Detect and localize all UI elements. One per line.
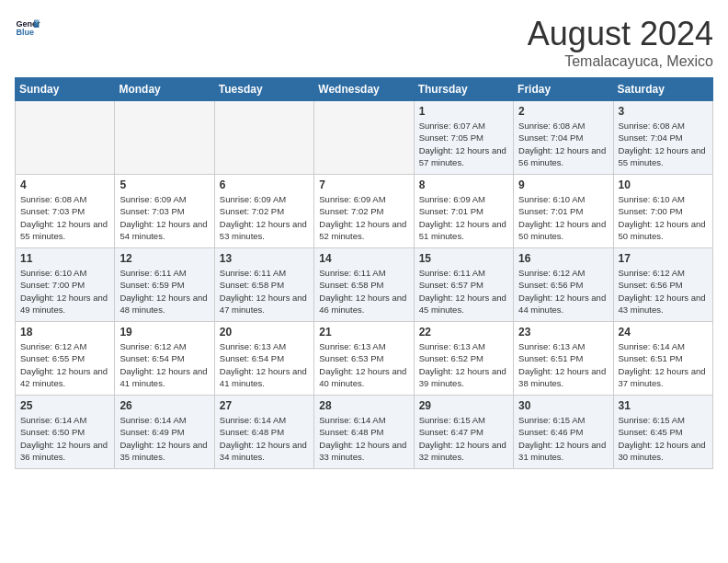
day-info: Sunrise: 6:11 AM Sunset: 6:57 PM Dayligh… — [419, 267, 508, 316]
calendar-cell: 3Sunrise: 6:08 AM Sunset: 7:04 PM Daylig… — [613, 101, 712, 175]
day-number: 22 — [419, 326, 508, 339]
calendar-cell: 20Sunrise: 6:13 AM Sunset: 6:54 PM Dayli… — [214, 322, 313, 396]
calendar-cell — [16, 101, 115, 175]
calendar-week-4: 18Sunrise: 6:12 AM Sunset: 6:55 PM Dayli… — [16, 322, 713, 396]
location: Temalacayuca, Mexico — [528, 53, 713, 70]
day-number: 12 — [119, 252, 209, 265]
title-block: August 2024 Temalacayuca, Mexico — [528, 15, 713, 70]
calendar-cell: 11Sunrise: 6:10 AM Sunset: 7:00 PM Dayli… — [16, 248, 115, 322]
page-header: General Blue August 2024 Temalacayuca, M… — [15, 15, 713, 70]
day-number: 31 — [619, 399, 708, 412]
calendar-cell: 30Sunrise: 6:15 AM Sunset: 6:46 PM Dayli… — [514, 396, 613, 469]
day-number: 3 — [619, 105, 708, 118]
calendar-cell: 12Sunrise: 6:11 AM Sunset: 6:59 PM Dayli… — [115, 248, 214, 322]
calendar-cell: 4Sunrise: 6:08 AM Sunset: 7:03 PM Daylig… — [16, 175, 115, 248]
calendar-cell: 15Sunrise: 6:11 AM Sunset: 6:57 PM Dayli… — [414, 248, 513, 322]
svg-text:Blue: Blue — [16, 28, 34, 37]
calendar-cell: 18Sunrise: 6:12 AM Sunset: 6:55 PM Dayli… — [16, 322, 115, 396]
day-info: Sunrise: 6:14 AM Sunset: 6:51 PM Dayligh… — [619, 340, 708, 389]
calendar-cell: 8Sunrise: 6:09 AM Sunset: 7:01 PM Daylig… — [414, 175, 513, 248]
day-info: Sunrise: 6:14 AM Sunset: 6:48 PM Dayligh… — [319, 414, 408, 463]
day-info: Sunrise: 6:07 AM Sunset: 7:05 PM Dayligh… — [419, 120, 508, 168]
day-info: Sunrise: 6:13 AM Sunset: 6:52 PM Dayligh… — [419, 340, 508, 389]
logo-icon: General Blue — [15, 15, 40, 40]
day-info: Sunrise: 6:09 AM Sunset: 7:02 PM Dayligh… — [319, 193, 408, 242]
calendar-cell: 16Sunrise: 6:12 AM Sunset: 6:56 PM Dayli… — [514, 248, 613, 322]
day-number: 5 — [119, 178, 209, 191]
day-info: Sunrise: 6:14 AM Sunset: 6:49 PM Dayligh… — [119, 414, 209, 463]
calendar-cell: 13Sunrise: 6:11 AM Sunset: 6:58 PM Dayli… — [214, 248, 313, 322]
day-number: 19 — [119, 326, 209, 339]
day-header-saturday: Saturday — [613, 78, 712, 101]
calendar-cell — [214, 101, 313, 175]
day-number: 9 — [518, 178, 608, 191]
calendar-cell: 22Sunrise: 6:13 AM Sunset: 6:52 PM Dayli… — [414, 322, 513, 396]
logo: General Blue — [15, 15, 40, 40]
calendar-cell: 23Sunrise: 6:13 AM Sunset: 6:51 PM Dayli… — [514, 322, 613, 396]
day-info: Sunrise: 6:14 AM Sunset: 6:48 PM Dayligh… — [220, 414, 309, 463]
day-number: 25 — [20, 399, 109, 412]
day-info: Sunrise: 6:09 AM Sunset: 7:02 PM Dayligh… — [220, 193, 309, 242]
day-info: Sunrise: 6:11 AM Sunset: 6:58 PM Dayligh… — [220, 267, 309, 316]
calendar-week-5: 25Sunrise: 6:14 AM Sunset: 6:50 PM Dayli… — [16, 396, 713, 469]
day-info: Sunrise: 6:11 AM Sunset: 6:59 PM Dayligh… — [119, 267, 209, 316]
day-info: Sunrise: 6:15 AM Sunset: 6:47 PM Dayligh… — [419, 414, 508, 463]
day-number: 10 — [619, 178, 708, 191]
calendar-table: SundayMondayTuesdayWednesdayThursdayFrid… — [15, 77, 713, 469]
day-number: 2 — [518, 105, 608, 118]
day-info: Sunrise: 6:08 AM Sunset: 7:04 PM Dayligh… — [619, 120, 708, 168]
calendar-cell: 31Sunrise: 6:15 AM Sunset: 6:45 PM Dayli… — [613, 396, 712, 469]
day-info: Sunrise: 6:13 AM Sunset: 6:54 PM Dayligh… — [220, 340, 309, 389]
day-info: Sunrise: 6:14 AM Sunset: 6:50 PM Dayligh… — [20, 414, 109, 463]
calendar-cell: 28Sunrise: 6:14 AM Sunset: 6:48 PM Dayli… — [314, 396, 414, 469]
day-number: 29 — [419, 399, 508, 412]
day-info: Sunrise: 6:12 AM Sunset: 6:55 PM Dayligh… — [20, 340, 109, 389]
day-info: Sunrise: 6:15 AM Sunset: 6:46 PM Dayligh… — [518, 414, 608, 463]
calendar-cell: 17Sunrise: 6:12 AM Sunset: 6:56 PM Dayli… — [613, 248, 712, 322]
calendar-cell: 7Sunrise: 6:09 AM Sunset: 7:02 PM Daylig… — [314, 175, 414, 248]
day-info: Sunrise: 6:15 AM Sunset: 6:45 PM Dayligh… — [619, 414, 708, 463]
calendar-cell: 24Sunrise: 6:14 AM Sunset: 6:51 PM Dayli… — [613, 322, 712, 396]
day-info: Sunrise: 6:12 AM Sunset: 6:54 PM Dayligh… — [119, 340, 209, 389]
day-header-sunday: Sunday — [16, 78, 115, 101]
calendar-cell: 21Sunrise: 6:13 AM Sunset: 6:53 PM Dayli… — [314, 322, 414, 396]
day-info: Sunrise: 6:09 AM Sunset: 7:03 PM Dayligh… — [119, 193, 209, 242]
day-number: 21 — [319, 326, 408, 339]
day-header-friday: Friday — [514, 78, 613, 101]
calendar-cell: 2Sunrise: 6:08 AM Sunset: 7:04 PM Daylig… — [514, 101, 613, 175]
day-info: Sunrise: 6:13 AM Sunset: 6:53 PM Dayligh… — [319, 340, 408, 389]
calendar-week-2: 4Sunrise: 6:08 AM Sunset: 7:03 PM Daylig… — [16, 175, 713, 248]
day-info: Sunrise: 6:09 AM Sunset: 7:01 PM Dayligh… — [419, 193, 508, 242]
day-number: 16 — [518, 252, 608, 265]
calendar-header-row: SundayMondayTuesdayWednesdayThursdayFrid… — [16, 78, 713, 101]
day-info: Sunrise: 6:10 AM Sunset: 7:00 PM Dayligh… — [20, 267, 109, 316]
day-info: Sunrise: 6:10 AM Sunset: 7:00 PM Dayligh… — [619, 193, 708, 242]
day-header-tuesday: Tuesday — [214, 78, 313, 101]
day-number: 17 — [619, 252, 708, 265]
day-info: Sunrise: 6:08 AM Sunset: 7:04 PM Dayligh… — [518, 120, 608, 168]
day-info: Sunrise: 6:13 AM Sunset: 6:51 PM Dayligh… — [518, 340, 608, 389]
day-number: 15 — [419, 252, 508, 265]
day-number: 8 — [419, 178, 508, 191]
day-number: 7 — [319, 178, 408, 191]
day-number: 1 — [419, 105, 508, 118]
day-number: 24 — [619, 326, 708, 339]
calendar-cell: 14Sunrise: 6:11 AM Sunset: 6:58 PM Dayli… — [314, 248, 414, 322]
calendar-cell: 27Sunrise: 6:14 AM Sunset: 6:48 PM Dayli… — [214, 396, 313, 469]
day-info: Sunrise: 6:12 AM Sunset: 6:56 PM Dayligh… — [619, 267, 708, 316]
day-info: Sunrise: 6:10 AM Sunset: 7:01 PM Dayligh… — [518, 193, 608, 242]
day-number: 4 — [20, 178, 109, 191]
calendar-cell: 5Sunrise: 6:09 AM Sunset: 7:03 PM Daylig… — [115, 175, 214, 248]
day-number: 18 — [20, 326, 109, 339]
calendar-cell: 25Sunrise: 6:14 AM Sunset: 6:50 PM Dayli… — [16, 396, 115, 469]
day-number: 30 — [518, 399, 608, 412]
calendar-cell: 26Sunrise: 6:14 AM Sunset: 6:49 PM Dayli… — [115, 396, 214, 469]
calendar-cell: 9Sunrise: 6:10 AM Sunset: 7:01 PM Daylig… — [514, 175, 613, 248]
calendar-cell: 29Sunrise: 6:15 AM Sunset: 6:47 PM Dayli… — [414, 396, 513, 469]
day-number: 27 — [220, 399, 309, 412]
day-info: Sunrise: 6:12 AM Sunset: 6:56 PM Dayligh… — [518, 267, 608, 316]
day-number: 14 — [319, 252, 408, 265]
day-number: 13 — [220, 252, 309, 265]
calendar-cell: 6Sunrise: 6:09 AM Sunset: 7:02 PM Daylig… — [214, 175, 313, 248]
calendar-cell: 10Sunrise: 6:10 AM Sunset: 7:00 PM Dayli… — [613, 175, 712, 248]
